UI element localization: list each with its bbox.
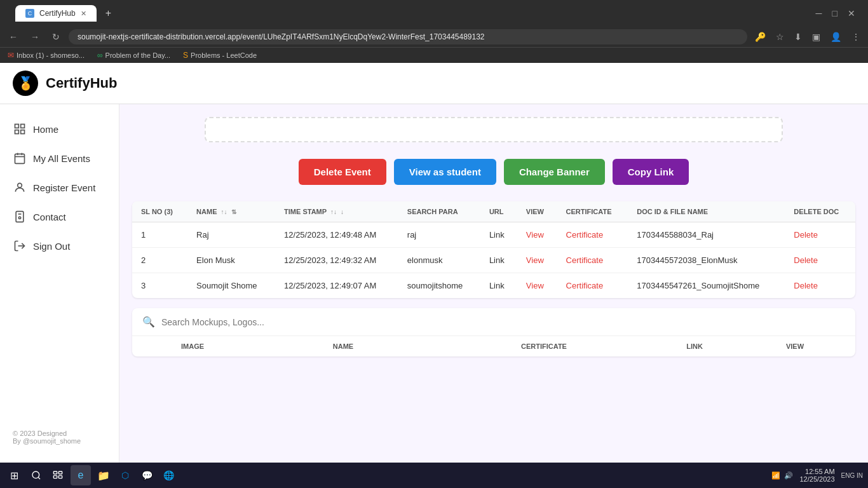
col-header-name[interactable]: NAME ↑↓ ⇅ (187, 201, 275, 222)
taskbar-edge-icon[interactable]: e (71, 465, 91, 485)
cell-url-3[interactable]: Link (480, 273, 517, 299)
minimize-button[interactable]: ─ (816, 8, 822, 18)
logo-icon: 🏅 (18, 76, 34, 91)
copy-link-button[interactable]: Copy Link (613, 159, 689, 185)
app-logo: 🏅 (13, 71, 38, 96)
url-link-2[interactable]: Link (489, 255, 505, 265)
svg-point-13 (32, 471, 39, 478)
cell-doc-id-2: 1703445572038_ElonMusk (628, 248, 785, 273)
back-button[interactable]: ← (5, 29, 22, 44)
certificate-label: CERTIFICATE (566, 208, 612, 215)
taskbar-vscode-icon[interactable]: ⬡ (116, 466, 134, 484)
col-header-url: URL (480, 201, 517, 222)
menu-icon[interactable]: ⋮ (849, 29, 863, 44)
title-bar: C CertifyHub ✕ + ─ □ ✕ (0, 0, 868, 27)
delete-link-1[interactable]: Delete (794, 230, 818, 240)
col-header-sl-no[interactable]: SL NO (3) (132, 201, 187, 222)
cell-url-1[interactable]: Link (480, 222, 517, 248)
close-button[interactable]: ✕ (848, 8, 855, 18)
svg-line-14 (38, 477, 40, 479)
active-tab[interactable]: C CertifyHub ✕ (15, 5, 97, 22)
cell-url-2[interactable]: Link (480, 248, 517, 273)
footer-line2: By @soumojit_shome (13, 437, 106, 445)
cell-view-3[interactable]: View (517, 273, 557, 299)
sidebar-contact-label: Contact (33, 212, 66, 222)
view-link-1[interactable]: View (526, 230, 544, 240)
svg-rect-2 (15, 130, 19, 134)
cell-certificate-2[interactable]: Certificate (557, 248, 628, 273)
cell-certificate-3[interactable]: Certificate (557, 273, 628, 299)
profile-icon[interactable]: 👤 (828, 29, 844, 44)
certificate-link-1[interactable]: Certificate (566, 230, 604, 240)
new-tab-button[interactable]: + (99, 4, 118, 23)
network-icon: 📶 (771, 471, 780, 480)
svg-rect-3 (21, 130, 25, 134)
taskbar-task-view-icon[interactable] (49, 466, 67, 484)
tab-close-button[interactable]: ✕ (81, 10, 86, 18)
delete-event-button[interactable]: Delete Event (299, 159, 386, 185)
chrome-icon: 🌐 (163, 470, 174, 480)
taskbar-whatsapp-icon[interactable]: 💬 (138, 466, 156, 484)
table-row: 3 Soumojit Shome 12/25/2023, 12:49:07 AM… (132, 273, 855, 299)
taskbar-right: 📶 🔊 12:55 AM 12/25/2023 ENG IN (771, 468, 863, 483)
cell-delete-2[interactable]: Delete (785, 248, 855, 273)
sidebar-item-my-all-events[interactable]: My All Events (0, 144, 119, 173)
view-as-student-button[interactable]: View as student (394, 159, 496, 185)
url-link-1[interactable]: Link (489, 230, 505, 240)
view-link-3[interactable]: View (526, 281, 544, 290)
address-bar[interactable] (69, 29, 747, 44)
refresh-button[interactable]: ↻ (48, 29, 64, 44)
taskbar-search-icon[interactable] (27, 466, 45, 484)
bookmark-inbox[interactable]: ✉ Inbox (1) - shomeso... (5, 50, 87, 61)
url-link-3[interactable]: Link (489, 281, 505, 290)
name-sort-icon: ↑↓ (221, 208, 227, 215)
col-header-timestamp[interactable]: TIME STAMP ↑↓ ↓ (275, 201, 398, 222)
file-explorer-icon: 📁 (97, 470, 110, 482)
timestamp-label: TIME STAMP (284, 208, 327, 215)
cell-doc-id-1: 1703445588034_Raj (628, 222, 785, 248)
taskbar-chrome-icon[interactable]: 🌐 (159, 466, 177, 484)
certificate-link-3[interactable]: Certificate (566, 281, 604, 290)
sidebar-item-register-event[interactable]: Register Event (0, 173, 119, 202)
sys-tray: 📶 🔊 (771, 471, 793, 480)
delete-link-3[interactable]: Delete (794, 281, 818, 290)
forward-button[interactable]: → (27, 29, 43, 44)
cell-certificate-1[interactable]: Certificate (557, 222, 628, 248)
taskbar-file-explorer-icon[interactable]: 📁 (95, 466, 112, 484)
cell-delete-3[interactable]: Delete (785, 273, 855, 299)
sidebar-item-sign-out[interactable]: Sign Out (0, 231, 119, 261)
bookmark-problem-of-day[interactable]: ∞ Problem of the Day... (95, 50, 173, 61)
footer-line1: © 2023 Designed (13, 430, 106, 437)
sidebar-item-contact[interactable]: Contact (0, 202, 119, 231)
view-link-2[interactable]: View (526, 255, 544, 265)
taskbar-left: ⊞ e 📁 ⬡ 💬 🌐 (5, 465, 177, 485)
name-filter-icon: ⇅ (231, 208, 236, 215)
sidebar-toggle-icon[interactable]: ▣ (810, 29, 823, 44)
table-row: 1 Raj 12/25/2023, 12:49:48 AM raj Link V… (132, 222, 855, 248)
nav-icons: 🔑 ☆ ⬇ ▣ 👤 ⋮ (752, 29, 863, 44)
start-button[interactable]: ⊞ (5, 467, 24, 484)
maximize-button[interactable]: □ (832, 8, 837, 18)
cell-view-1[interactable]: View (517, 222, 557, 248)
taskbar-clock: 12:55 AM 12/25/2023 (799, 468, 834, 483)
certificate-link-2[interactable]: Certificate (566, 255, 604, 265)
svg-rect-16 (58, 471, 62, 474)
sidebar-item-home[interactable]: Home (0, 114, 119, 144)
delete-link-2[interactable]: Delete (794, 255, 818, 265)
my-events-icon (13, 151, 27, 165)
bookmark-inbox-label: Inbox (1) - shomeso... (17, 51, 85, 59)
cell-search-para-1: raj (398, 222, 480, 248)
cell-view-2[interactable]: View (517, 248, 557, 273)
url-label: URL (489, 208, 504, 215)
cell-delete-1[interactable]: Delete (785, 222, 855, 248)
table-header: SL NO (3) NAME ↑↓ ⇅ TIME STAMP ↑↓ ↓ (132, 201, 855, 222)
bookmark-leetcode[interactable]: S Problems - LeetCode (180, 50, 259, 61)
change-banner-button[interactable]: Change Banner (504, 159, 605, 185)
search-bar: 🔍 (132, 308, 855, 336)
password-icon[interactable]: 🔑 (752, 29, 768, 44)
bookmark-star-icon[interactable]: ☆ (773, 29, 787, 44)
table-row: 2 Elon Musk 12/25/2023, 12:49:32 AM elon… (132, 248, 855, 273)
search-input[interactable] (161, 317, 845, 327)
download-icon[interactable]: ⬇ (792, 29, 804, 44)
sidebar-register-event-label: Register Event (33, 182, 95, 193)
